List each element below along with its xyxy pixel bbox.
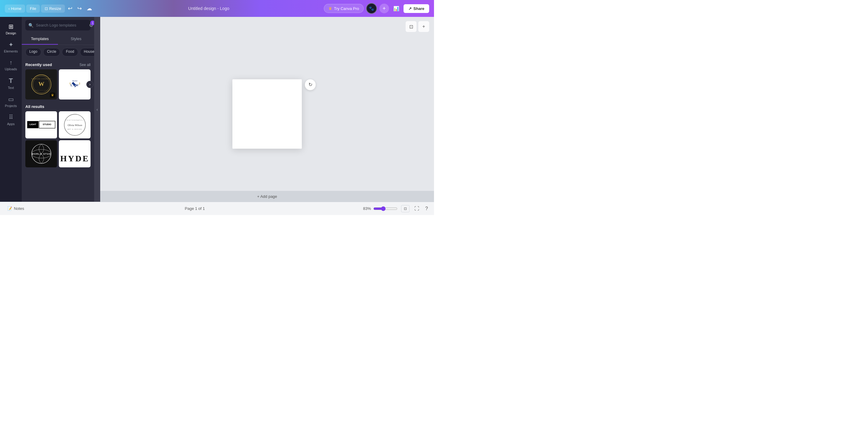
resize-label: Resize — [49, 6, 61, 11]
topnav-center: Untitled design - Logo — [96, 6, 321, 11]
share-button[interactable]: ↗ Share — [404, 4, 429, 13]
save-cloud-button[interactable]: ☁ — [85, 3, 94, 13]
document-title: Untitled design - Logo — [188, 6, 229, 11]
chip-circle[interactable]: Circle — [43, 48, 60, 56]
tab-styles-label: Styles — [71, 36, 81, 41]
mueller-law-svg: Mueller LAW — [64, 74, 85, 95]
refresh-icon: ↻ — [308, 82, 312, 88]
bottom-bar: 📝 Notes Page 1 of 1 83% ⊡ ⛶ ? — [0, 202, 434, 215]
world-studio-svg: WORLD STUD — [29, 142, 54, 166]
hide-panel-icon: ‹ — [97, 107, 98, 112]
sidebar-item-label: Elements — [4, 49, 18, 53]
collaborators-button[interactable]: + — [379, 4, 389, 13]
notes-button[interactable]: 📝 Notes — [5, 205, 27, 212]
redo-button[interactable]: ↪ — [75, 3, 84, 13]
search-input[interactable] — [36, 23, 87, 27]
tab-templates[interactable]: Templates — [22, 33, 58, 45]
page-size-button[interactable]: ⊡ — [401, 205, 409, 212]
apps-icon: ⠿ — [9, 114, 13, 121]
tab-templates-label: Templates — [31, 36, 49, 41]
result-light-studio[interactable]: LIGHT STUDIO — [25, 111, 57, 138]
see-all-button[interactable]: See all — [80, 63, 91, 67]
try-pro-button[interactable]: ♛ Try Canva Pro — [324, 4, 364, 13]
home-chevron-icon: ‹ — [8, 6, 10, 11]
fullscreen-button[interactable]: ⛶ — [413, 205, 421, 212]
zoom-controls: 83% — [363, 206, 398, 211]
svg-text:WORLD STUD: WORLD STUD — [31, 153, 51, 155]
svg-text:PHOTOGRAPHY: PHOTOGRAPHY — [65, 120, 84, 121]
file-button[interactable]: File — [26, 4, 40, 13]
sidebar-item-projects[interactable]: ▭ Projects — [2, 93, 20, 110]
resize-button[interactable]: ⊡ Resize — [41, 4, 65, 13]
category-chips: Logo Circle Food House Car › — [22, 45, 94, 59]
svg-text:STUDIO: STUDIO — [42, 123, 51, 126]
text-icon: T — [9, 77, 13, 85]
canvas-page[interactable] — [232, 79, 302, 148]
sidebar-item-label: Apps — [7, 122, 14, 126]
sidebar-item-label: Uploads — [5, 67, 17, 71]
result-world-studio[interactable]: WORLD STUD — [25, 140, 57, 167]
refresh-button[interactable]: ↻ — [305, 79, 316, 90]
search-icon: 🔍 — [28, 23, 33, 28]
add-element-icon: + — [422, 24, 425, 29]
topnav: ‹ Home File ⊡ Resize ↩ ↪ ☁ Untitled desi… — [0, 0, 434, 17]
olivia-wilson-svg: PHOTOGRAPHY Olivia Wilson ART & DESIGN — [63, 113, 87, 137]
crown-badge: ♛ — [50, 93, 55, 98]
uploads-icon: ↑ — [9, 59, 12, 66]
template-mueller-law[interactable]: Mueller LAW — [59, 69, 91, 100]
analytics-button[interactable]: 📊 — [392, 4, 401, 13]
notes-icon: 📝 — [7, 206, 12, 211]
svg-text:HYDE: HYDE — [60, 154, 89, 163]
all-results-title: All results — [25, 104, 44, 109]
chip-food[interactable]: Food — [62, 48, 78, 56]
search-area: 🔍 ⚙ 1 — [22, 17, 94, 33]
result-olivia-wilson[interactable]: PHOTOGRAPHY Olivia Wilson ART & DESIGN — [59, 111, 91, 138]
sidebar-item-design[interactable]: ⊞ Design — [2, 21, 20, 37]
sidebar-item-text[interactable]: T Text — [2, 74, 20, 92]
help-button[interactable]: ? — [424, 205, 429, 212]
sidebar-item-apps[interactable]: ⠿ Apps — [2, 111, 20, 128]
hide-panel-button[interactable]: ‹ — [94, 17, 100, 202]
template-w-hotel[interactable]: W WANDERRE LUXURIOUS LUXURY HOTEL RESORT… — [25, 69, 57, 100]
chip-house-label: House — [84, 49, 94, 54]
tab-styles[interactable]: Styles — [58, 33, 94, 45]
share-label: Share — [413, 6, 424, 11]
home-label: Home — [11, 6, 22, 11]
elements-icon: ✦ — [8, 41, 13, 48]
canvas-page-wrapper: ↻ — [232, 79, 302, 148]
sidebar-item-elements[interactable]: ✦ Elements — [2, 39, 20, 56]
filter-badge[interactable]: ⚙ 1 — [89, 22, 93, 28]
chip-logo[interactable]: Logo — [25, 48, 41, 56]
topnav-right: ♛ Try Canva Pro 🐾 + 📊 ↗ Share — [324, 3, 429, 14]
recently-used-row: W WANDERRE LUXURIOUS LUXURY HOTEL RESORT… — [25, 69, 91, 100]
share-icon: ↗ — [408, 6, 412, 11]
svg-text:W: W — [38, 81, 44, 87]
row-arrow-button[interactable]: › — [86, 81, 94, 88]
design-icon: ⊞ — [8, 23, 13, 30]
add-page-bar[interactable]: + Add page — [100, 191, 434, 202]
results-grid: LIGHT STUDIO PHOTOGRAPHY Olivia Wilson A… — [25, 111, 91, 167]
avatar-button[interactable]: 🐾 — [366, 3, 377, 14]
projects-icon: ▭ — [8, 96, 14, 103]
chip-house[interactable]: House — [80, 48, 94, 56]
panel-content: Recently used See all W WANDERRE LUXURIO… — [22, 59, 94, 202]
page-info: Page 1 of 1 — [30, 206, 360, 211]
zoom-slider[interactable] — [373, 206, 398, 211]
undo-button[interactable]: ↩ — [66, 3, 74, 13]
add-element-button[interactable]: + — [418, 21, 429, 32]
canvas-center: ↻ — [100, 17, 434, 202]
svg-text:WANDERRE LUXURIOUS: WANDERRE LUXURIOUS — [31, 78, 51, 79]
result-hyde[interactable]: HYDE — [59, 140, 91, 167]
sidebar-item-uploads[interactable]: ↑ Uploads — [2, 57, 20, 73]
filter-count-badge: 1 — [90, 21, 94, 25]
home-button[interactable]: ‹ Home — [5, 4, 25, 13]
add-page-label: + Add page — [257, 194, 277, 199]
hyde-svg: HYDE — [60, 150, 90, 165]
try-pro-label: Try Canva Pro — [334, 6, 359, 11]
light-studio-svg: LIGHT STUDIO — [26, 117, 56, 132]
svg-text:Mueller: Mueller — [72, 80, 78, 82]
svg-text:Olivia Wilson: Olivia Wilson — [67, 124, 82, 127]
svg-text:LUXURY HOTEL RESORT: LUXURY HOTEL RESORT — [34, 90, 48, 91]
template-panel: 🔍 ⚙ 1 Templates Styles Logo Circ — [22, 17, 94, 202]
fit-page-button[interactable]: ⊡ — [406, 21, 416, 32]
